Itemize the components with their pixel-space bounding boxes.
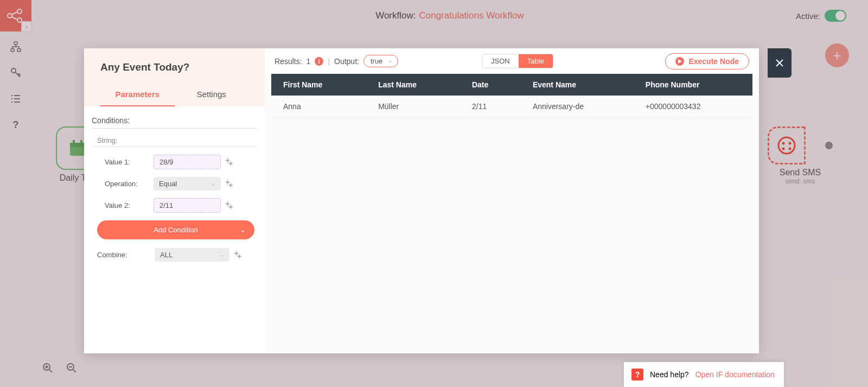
help-bar: ? Need help? Open IF documentation: [624, 362, 784, 387]
output-select[interactable]: true: [363, 55, 398, 67]
cell-first: Anna: [271, 96, 366, 118]
operation-label: Operation:: [105, 180, 154, 188]
col-first-name: First Name: [271, 74, 366, 96]
svg-point-33: [226, 202, 229, 205]
combine-select[interactable]: ALL ⌄: [155, 248, 229, 262]
divider: [92, 147, 257, 147]
gear-icon[interactable]: [225, 180, 233, 188]
add-condition-label: Add Condition: [154, 226, 198, 234]
node-editor-modal: Any Event Today? Parameters Settings Con…: [84, 48, 759, 353]
cell-last: Müller: [366, 96, 460, 118]
execute-label: Execute Node: [688, 57, 739, 66]
chevron-down-icon: ⌄: [219, 251, 224, 258]
cell-date: 2/11: [460, 96, 521, 118]
execute-node-button[interactable]: Execute Node: [665, 53, 749, 69]
results-label: Results:: [275, 57, 302, 66]
value2-label: Value 2:: [105, 201, 154, 210]
operation-value: Equal: [159, 180, 177, 188]
help-link[interactable]: Open IF documentation: [695, 370, 775, 379]
svg-point-30: [229, 162, 232, 165]
tab-parameters[interactable]: Parameters: [100, 84, 175, 106]
svg-point-31: [226, 181, 229, 183]
col-event-name: Event Name: [521, 74, 634, 96]
output-label: Output:: [334, 57, 359, 66]
info-icon[interactable]: i: [315, 57, 323, 66]
conditions-label: Conditions:: [92, 116, 257, 125]
help-icon[interactable]: ?: [631, 369, 643, 380]
tab-settings[interactable]: Settings: [175, 84, 249, 106]
col-date: Date: [460, 74, 521, 96]
table-row[interactable]: Anna Müller 2/11 Anniversary-de +0000000…: [271, 96, 752, 118]
svg-point-35: [235, 252, 238, 255]
combine-label: Combine:: [97, 251, 155, 259]
results-table: First Name Last Name Date Event Name Pho…: [271, 74, 752, 118]
operation-select[interactable]: Equal ⌄: [154, 177, 221, 191]
view-json-button[interactable]: JSON: [482, 54, 519, 68]
close-modal-button[interactable]: [768, 48, 792, 78]
svg-point-32: [229, 184, 232, 187]
cell-phone: +000000003432: [634, 96, 752, 118]
value1-label: Value 1:: [105, 158, 154, 166]
gear-icon[interactable]: [225, 158, 233, 166]
view-table-button[interactable]: Table: [519, 54, 553, 68]
add-condition-button[interactable]: Add Condition ⌄: [97, 220, 254, 239]
separator: |: [328, 57, 330, 66]
cell-event: Anniversary-de: [521, 96, 634, 118]
svg-marker-37: [678, 59, 682, 64]
value2-input[interactable]: 2/11: [154, 198, 221, 213]
gear-icon[interactable]: [234, 251, 242, 259]
chevron-down-icon: ⌄: [210, 180, 215, 187]
value1-input[interactable]: 28/9: [154, 155, 221, 169]
col-phone: Phone Number: [634, 74, 752, 96]
combine-value: ALL: [160, 251, 173, 259]
play-icon: [675, 57, 684, 66]
chevron-down-icon: ⌄: [240, 226, 246, 234]
results-count: 1: [307, 57, 311, 66]
col-last-name: Last Name: [366, 74, 460, 96]
node-title: Any Event Today?: [100, 61, 248, 73]
divider: [92, 128, 257, 129]
svg-point-29: [226, 159, 229, 162]
gear-icon[interactable]: [225, 201, 233, 210]
help-text: Need help?: [650, 370, 689, 379]
string-label: String:: [92, 136, 257, 144]
view-toggle: JSON Table: [482, 54, 553, 68]
svg-point-34: [229, 206, 232, 208]
svg-point-36: [238, 255, 241, 258]
